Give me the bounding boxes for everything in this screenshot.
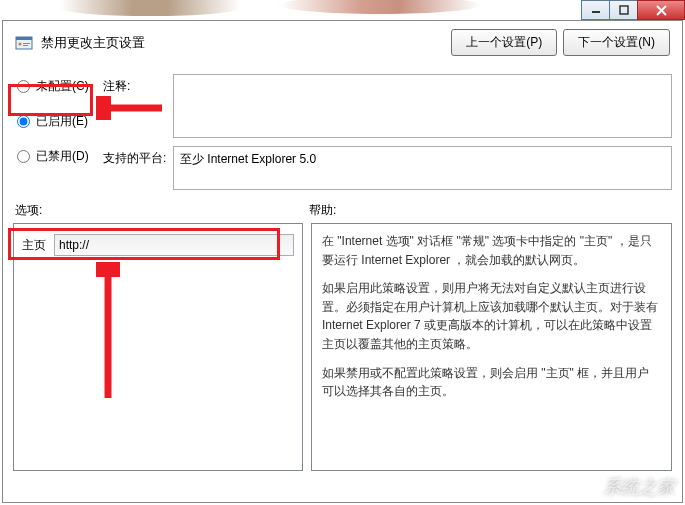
options-section-label: 选项: (15, 202, 309, 219)
svg-rect-8 (23, 45, 28, 46)
platform-label: 支持的平台: (103, 146, 173, 167)
help-text: 在 "Internet 选项" 对话框 "常规" 选项卡中指定的 "主页" ，是… (322, 232, 661, 269)
radio-not-configured[interactable]: 未配置(C) (17, 78, 103, 95)
help-section-label: 帮助: (309, 202, 670, 219)
homepage-input[interactable] (54, 234, 294, 256)
comment-textarea[interactable] (173, 74, 672, 138)
svg-point-6 (19, 42, 22, 45)
radio-enabled[interactable]: 已启用(E) (17, 113, 103, 130)
svg-rect-7 (23, 43, 30, 44)
prev-setting-button[interactable]: 上一个设置(P) (451, 29, 557, 56)
help-text: 如果禁用或不配置此策略设置，则会启用 "主页" 框，并且用户可以选择其各自的主页… (322, 364, 661, 401)
homepage-label: 主页 (22, 237, 46, 254)
help-text: 如果启用此策略设置，则用户将无法对自定义默认主页进行设置。必须指定在用户计算机上… (322, 279, 661, 353)
maximize-button[interactable] (609, 0, 638, 20)
radio-disabled[interactable]: 已禁用(D) (17, 148, 103, 165)
policy-icon (15, 34, 33, 52)
platform-value: 至少 Internet Explorer 5.0 (173, 146, 672, 190)
next-setting-button[interactable]: 下一个设置(N) (563, 29, 670, 56)
svg-rect-1 (620, 6, 628, 14)
minimize-button[interactable] (581, 0, 610, 20)
close-button[interactable] (637, 0, 685, 20)
help-panel: 在 "Internet 选项" 对话框 "常规" 选项卡中指定的 "主页" ，是… (311, 223, 672, 471)
svg-rect-5 (16, 37, 32, 40)
dialog-title: 禁用更改主页设置 (41, 34, 443, 52)
comment-label: 注释: (103, 74, 173, 95)
options-panel: 主页 (13, 223, 303, 471)
